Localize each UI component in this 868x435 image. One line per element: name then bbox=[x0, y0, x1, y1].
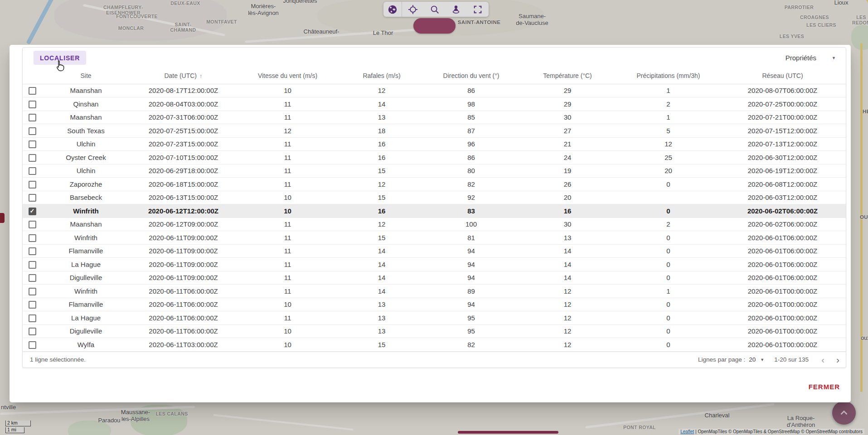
table-row[interactable]: Qinshan 2020-08-04T03:00:00Z 11 14 98 29… bbox=[23, 97, 846, 111]
table-row[interactable]: Oyster Creek 2020-07-10T15:00:00Z 11 16 … bbox=[23, 151, 846, 164]
cell-network: 2020-06-01T06:00:00Z bbox=[719, 247, 846, 255]
row-checkbox[interactable] bbox=[29, 234, 36, 242]
row-checkbox[interactable] bbox=[29, 328, 36, 335]
table-row[interactable]: Digulleville 2020-06-11T06:00:00Z 10 13 … bbox=[23, 325, 846, 338]
row-checkbox[interactable] bbox=[29, 314, 36, 322]
cell-wind-speed: 10 bbox=[237, 327, 339, 335]
row-checkbox[interactable] bbox=[29, 127, 36, 135]
table-row[interactable]: Winfrith 2020-06-12T12:00:00Z 10 16 83 1… bbox=[23, 204, 846, 218]
next-page-button[interactable]: › bbox=[836, 355, 839, 364]
cell-date: 2020-06-11T09:00:00Z bbox=[130, 247, 237, 255]
table-row[interactable]: South Texas 2020-07-25T15:00:00Z 12 18 8… bbox=[23, 124, 846, 138]
table-row[interactable]: Wylfa 2020-06-11T03:00:00Z 10 15 82 12 0… bbox=[23, 338, 846, 352]
column-header-date[interactable]: Date (UTC)↑ bbox=[130, 72, 237, 79]
column-header-wind-direction[interactable]: Direction du vent (°) bbox=[425, 72, 518, 79]
row-checkbox[interactable] bbox=[29, 114, 36, 121]
previous-page-button[interactable]: ‹ bbox=[821, 355, 824, 364]
cell-precipitation: 0 bbox=[617, 180, 719, 188]
cell-site: Flamanville bbox=[42, 300, 130, 308]
table-row[interactable]: Zaporozhe 2020-06-18T15:00:00Z 11 12 82 … bbox=[23, 178, 846, 191]
row-checkbox-cell bbox=[23, 314, 42, 322]
cell-site: South Texas bbox=[42, 127, 130, 135]
cell-date: 2020-06-11T09:00:00Z bbox=[130, 274, 237, 281]
cell-site: Flamanville bbox=[42, 247, 130, 255]
cell-wind-direction: 82 bbox=[425, 180, 518, 188]
row-checkbox[interactable] bbox=[29, 221, 36, 228]
table-row[interactable]: Winfrith 2020-06-11T09:00:00Z 11 15 81 1… bbox=[23, 231, 846, 245]
cell-wind-speed: 10 bbox=[237, 193, 339, 201]
cell-temperature: 26 bbox=[518, 180, 617, 188]
row-checkbox[interactable] bbox=[29, 247, 36, 255]
cell-gusts: 14 bbox=[339, 274, 425, 281]
row-checkbox[interactable] bbox=[29, 140, 36, 148]
cell-gusts: 16 bbox=[339, 207, 425, 215]
column-header-precipitation[interactable]: Précipitations (mm/3h) bbox=[617, 72, 719, 79]
row-checkbox-cell bbox=[23, 233, 42, 242]
row-checkbox[interactable] bbox=[29, 87, 36, 95]
column-header-gusts[interactable]: Rafales (m/s) bbox=[339, 72, 425, 79]
cell-network: 2020-06-01T06:00:00Z bbox=[719, 274, 846, 281]
cell-wind-direction: 98 bbox=[425, 100, 518, 108]
table-row[interactable]: Maanshan 2020-06-12T09:00:00Z 11 12 100 … bbox=[23, 218, 846, 232]
column-header-wind-speed[interactable]: Vitesse du vent (m/s) bbox=[237, 72, 339, 79]
cell-wind-direction: 80 bbox=[425, 167, 518, 174]
cell-date: 2020-06-11T06:00:00Z bbox=[130, 300, 237, 308]
table-row[interactable]: Winfrith 2020-06-11T06:00:00Z 11 14 89 1… bbox=[23, 285, 846, 298]
column-header-network[interactable]: Réseau (UTC) bbox=[719, 72, 846, 79]
cell-temperature: 12 bbox=[518, 300, 617, 308]
rows-per-page-label: Lignes par page : bbox=[698, 356, 745, 363]
cell-site: Winfrith bbox=[42, 234, 130, 242]
row-checkbox-cell bbox=[23, 193, 42, 202]
row-checkbox[interactable] bbox=[29, 101, 36, 108]
row-checkbox[interactable] bbox=[29, 154, 36, 162]
row-checkbox[interactable] bbox=[29, 301, 36, 309]
cell-wind-direction: 86 bbox=[425, 154, 518, 161]
row-checkbox-cell bbox=[23, 180, 42, 188]
row-checkbox[interactable] bbox=[29, 181, 36, 188]
cell-network: 2020-06-01T00:00:00Z bbox=[719, 327, 846, 335]
cell-wind-direction: 94 bbox=[425, 274, 518, 281]
cell-gusts: 13 bbox=[339, 314, 425, 322]
column-header-temperature[interactable]: Température (°C) bbox=[518, 72, 617, 79]
fermer-button[interactable]: FERMER bbox=[802, 379, 846, 394]
cell-wind-speed: 11 bbox=[237, 167, 339, 174]
column-header-site[interactable]: Site bbox=[42, 72, 130, 79]
properties-label: Propriétés bbox=[786, 54, 816, 62]
cell-wind-speed: 12 bbox=[237, 127, 339, 135]
row-checkbox[interactable] bbox=[29, 261, 36, 269]
row-checkbox-cell bbox=[23, 327, 42, 336]
rows-per-page-select[interactable]: 20 ▼ bbox=[749, 356, 764, 363]
cell-gusts: 14 bbox=[339, 261, 425, 268]
table-row[interactable]: Ulchin 2020-06-29T18:00:00Z 11 15 80 19 … bbox=[23, 164, 846, 178]
cell-wind-speed: 11 bbox=[237, 314, 339, 322]
cell-precipitation: 0 bbox=[617, 341, 719, 348]
mouse-cursor-pointer bbox=[54, 60, 65, 72]
table-row[interactable]: Maanshan 2020-07-31T06:00:00Z 11 13 85 3… bbox=[23, 111, 846, 125]
row-checkbox[interactable] bbox=[29, 167, 36, 175]
row-checkbox-cell bbox=[23, 207, 42, 215]
cell-wind-direction: 87 bbox=[425, 127, 518, 135]
properties-dropdown[interactable]: Propriétés ▼ bbox=[786, 54, 836, 62]
table-row[interactable]: Digulleville 2020-06-11T09:00:00Z 11 14 … bbox=[23, 271, 846, 285]
table-row[interactable]: Barsebeck 2020-06-13T15:00:00Z 10 15 92 … bbox=[23, 191, 846, 205]
cell-network: 2020-06-01T00:00:00Z bbox=[719, 341, 846, 348]
row-checkbox[interactable] bbox=[29, 341, 36, 349]
table-row[interactable]: La Hague 2020-06-11T06:00:00Z 11 13 95 1… bbox=[23, 311, 846, 325]
table-row[interactable]: La Hague 2020-06-11T09:00:00Z 11 14 94 1… bbox=[23, 258, 846, 271]
table-row[interactable]: Maanshan 2020-08-17T12:00:00Z 10 12 86 2… bbox=[23, 84, 846, 98]
sort-ascending-icon: ↑ bbox=[199, 72, 203, 79]
row-checkbox[interactable] bbox=[29, 208, 36, 215]
cell-date: 2020-06-11T06:00:00Z bbox=[130, 314, 237, 322]
cell-date: 2020-07-25T15:00:00Z bbox=[130, 127, 237, 135]
row-checkbox[interactable] bbox=[29, 194, 36, 202]
cell-date: 2020-06-12T09:00:00Z bbox=[130, 220, 237, 228]
cell-gusts: 14 bbox=[339, 247, 425, 255]
row-checkbox[interactable] bbox=[29, 288, 36, 295]
table-row[interactable]: Flamanville 2020-06-11T09:00:00Z 11 14 9… bbox=[23, 245, 846, 258]
table-row[interactable]: Ulchin 2020-07-23T15:00:00Z 11 16 96 21 … bbox=[23, 138, 846, 151]
cell-precipitation: 12 bbox=[617, 140, 719, 148]
table-row[interactable]: Flamanville 2020-06-11T06:00:00Z 10 13 9… bbox=[23, 298, 846, 312]
cell-network: 2020-06-01T00:00:00Z bbox=[719, 287, 846, 295]
cell-precipitation: 2 bbox=[617, 100, 719, 108]
row-checkbox[interactable] bbox=[29, 274, 36, 282]
